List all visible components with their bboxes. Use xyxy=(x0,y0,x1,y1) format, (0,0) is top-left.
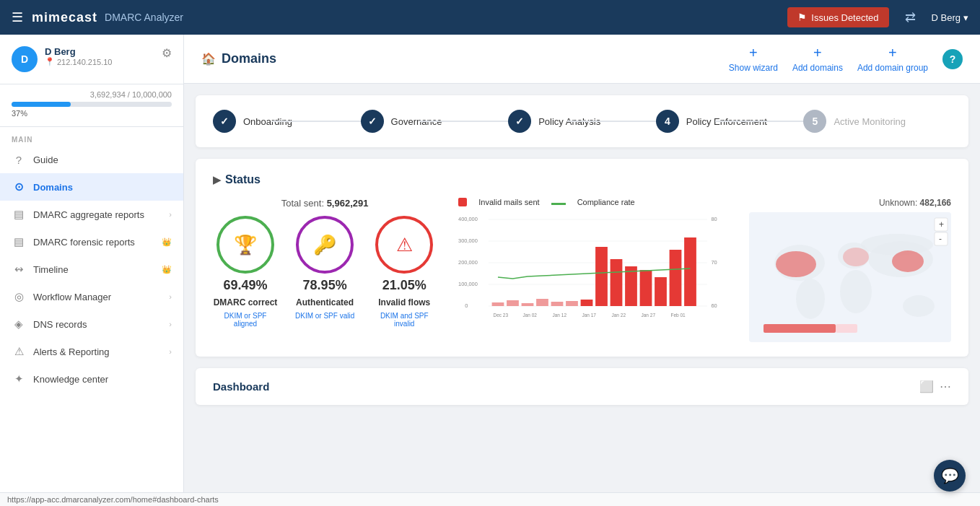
svg-text:60: 60 xyxy=(712,302,717,309)
dns-icon: ◈ xyxy=(12,318,26,331)
legend-compliance-label: Compliance rate xyxy=(577,198,635,206)
help-button[interactable]: ? xyxy=(942,49,963,69)
sync-icon[interactable]: ⇄ xyxy=(905,9,916,25)
add-domains-action[interactable]: + Add domains xyxy=(792,45,843,73)
show-wizard-action[interactable]: + Show wizard xyxy=(729,45,778,73)
sidebar-item-knowledge[interactable]: ✦ Knowledge center xyxy=(0,365,183,393)
svg-point-39 xyxy=(861,234,933,256)
sidebar-progress: 3,692,934 / 10,000,000 37% xyxy=(0,84,183,127)
domains-icon: ⊙ xyxy=(12,180,26,193)
app-logo: mimecast DMARC Analyzer xyxy=(32,10,183,25)
chevron-down-icon: ▾ xyxy=(963,12,968,23)
main-content: 🏠 Domains + Show wizard + Add domains + … xyxy=(184,35,980,506)
step-label-policy-enforcement: Policy Enforcement xyxy=(686,116,767,127)
step-circle-onboarding: ✓ xyxy=(213,110,236,133)
svg-text:Jan 27: Jan 27 xyxy=(642,313,656,318)
map-unknown-label: Unknown: 482,166 xyxy=(749,198,951,208)
sidebar-item-workflow[interactable]: ◎ Workflow Manager › xyxy=(0,283,183,310)
export-icon[interactable]: ⬜ xyxy=(919,380,934,393)
metric-invalid-flows: ⚠ 21.05% Invalid flows DKIM and SPF inva… xyxy=(372,216,437,328)
metric-circle-purple: 🔑 xyxy=(296,216,354,274)
hamburger-menu[interactable]: ☰ xyxy=(12,9,23,25)
step-policy-enforcement[interactable]: 4 Policy Enforcement xyxy=(656,110,804,133)
alerts-icon: ⚠ xyxy=(12,345,26,358)
trophy-icon: 🏆 xyxy=(234,234,257,256)
chevron-right-icon: › xyxy=(169,347,172,356)
chart-legend: Invalid mails sent Compliance rate xyxy=(458,198,727,206)
step-circle-active-monitoring: 5 xyxy=(803,110,826,133)
crown-icon: 👑 xyxy=(162,265,172,274)
legend-invalid-label: Invalid mails sent xyxy=(478,198,539,206)
map-unknown-value: 482,166 xyxy=(920,198,951,208)
sidebar-item-dmarc-aggregate[interactable]: ▤ DMARC aggregate reports › xyxy=(0,201,183,228)
svg-point-37 xyxy=(840,270,872,313)
svg-text:Jan 17: Jan 17 xyxy=(582,313,597,318)
sidebar-item-label: Workflow Manager xyxy=(33,292,162,302)
step-active-monitoring[interactable]: 5 Active Monitoring xyxy=(803,110,951,133)
svg-rect-17 xyxy=(551,302,564,306)
step-label-governance: Governance xyxy=(391,116,442,127)
bar-chart: 400,000 300,000 200,000 100,000 0 80 70 … xyxy=(458,212,727,320)
step-governance[interactable]: ✓ Governance xyxy=(361,110,509,133)
sidebar-item-timeline[interactable]: ↭ Timeline 👑 xyxy=(0,256,183,283)
svg-rect-16 xyxy=(536,299,548,306)
sidebar-item-label: Alerts & Reporting xyxy=(33,346,162,357)
dashboard-actions: ⬜ ⋯ xyxy=(919,380,951,393)
step-circle-policy-analysis: ✓ xyxy=(508,110,531,133)
plus-icon: + xyxy=(749,45,758,61)
sidebar-item-label: Guide xyxy=(33,154,172,165)
step-onboarding[interactable]: ✓ Onboarding xyxy=(213,110,361,133)
metric-sublabel-dmarc: DKIM or SPF aligned xyxy=(213,312,278,328)
svg-rect-22 xyxy=(625,266,637,306)
metric-dmarc-correct: 🏆 69.49% DMARC correct DKIM or SPF align… xyxy=(213,216,278,328)
progress-bar-background xyxy=(12,102,172,107)
cursor-icon: ▶ xyxy=(213,174,221,186)
crown-icon: 👑 xyxy=(162,237,172,247)
progress-bar-fill xyxy=(12,102,71,107)
metric-pct-dmarc: 69.49% xyxy=(223,278,267,293)
brand-name: mimecast xyxy=(32,10,97,25)
svg-point-42 xyxy=(892,250,924,272)
svg-point-43 xyxy=(843,248,869,266)
status-url: https://app-acc.dmarcanalyzer.com/home#d… xyxy=(7,495,219,504)
more-icon[interactable]: ⋯ xyxy=(940,380,951,393)
svg-text:0: 0 xyxy=(465,302,468,309)
user-menu[interactable]: D Berg ▾ xyxy=(932,12,968,23)
svg-rect-18 xyxy=(566,301,578,306)
metric-sublabel-auth: DKIM or SPF valid xyxy=(295,312,354,320)
svg-rect-15 xyxy=(522,303,534,306)
step-label-policy-analysis: Policy Analysis xyxy=(538,116,600,127)
svg-text:100,000: 100,000 xyxy=(458,281,478,287)
legend-invalid-dot xyxy=(458,198,467,206)
add-domain-group-action[interactable]: + Add domain group xyxy=(857,45,928,73)
map-container: + - xyxy=(749,212,951,342)
issues-detected-button[interactable]: ⚑ Issues Detected xyxy=(787,7,888,27)
progress-label: 3,692,934 / 10,000,000 xyxy=(12,90,172,99)
sidebar-username: D Berg xyxy=(45,46,154,57)
sidebar-ip: 📍 212.140.215.10 xyxy=(45,57,154,66)
knowledge-icon: ✦ xyxy=(12,372,26,385)
step-label-onboarding: Onboarding xyxy=(243,116,292,127)
svg-text:80: 80 xyxy=(712,216,717,222)
svg-rect-14 xyxy=(507,300,519,306)
sidebar-user-section: D D Berg 📍 212.140.215.10 ⚙ xyxy=(0,35,183,84)
sidebar-item-dns[interactable]: ◈ DNS records › xyxy=(0,310,183,338)
sidebar-item-dmarc-forensic[interactable]: ▤ DMARC forensic reports 👑 xyxy=(0,228,183,256)
metric-label-auth: Authenticated xyxy=(296,297,354,307)
settings-icon[interactable]: ⚙ xyxy=(162,46,172,60)
page-header: 🏠 Domains + Show wizard + Add domains + … xyxy=(184,35,980,84)
svg-text:Feb 01: Feb 01 xyxy=(671,313,686,318)
svg-rect-44 xyxy=(764,324,836,333)
chat-button[interactable]: 💬 xyxy=(934,460,966,492)
svg-text:Jan 02: Jan 02 xyxy=(523,313,538,318)
sidebar-item-alerts[interactable]: ⚠ Alerts & Reporting › xyxy=(0,338,183,365)
svg-rect-19 xyxy=(581,300,593,306)
svg-rect-45 xyxy=(836,324,857,333)
total-sent-value: 5,962,291 xyxy=(327,198,369,209)
svg-point-40 xyxy=(903,295,935,317)
sidebar-item-guide[interactable]: ? Guide xyxy=(0,147,183,173)
status-body: Total sent: 5,962,291 🏆 69.49% DMARC cor… xyxy=(213,198,951,342)
step-policy-analysis[interactable]: ✓ Policy Analysis xyxy=(508,110,656,133)
dashboard-title: Dashboard xyxy=(213,380,269,393)
sidebar-item-domains[interactable]: ⊙ Domains xyxy=(0,173,183,201)
